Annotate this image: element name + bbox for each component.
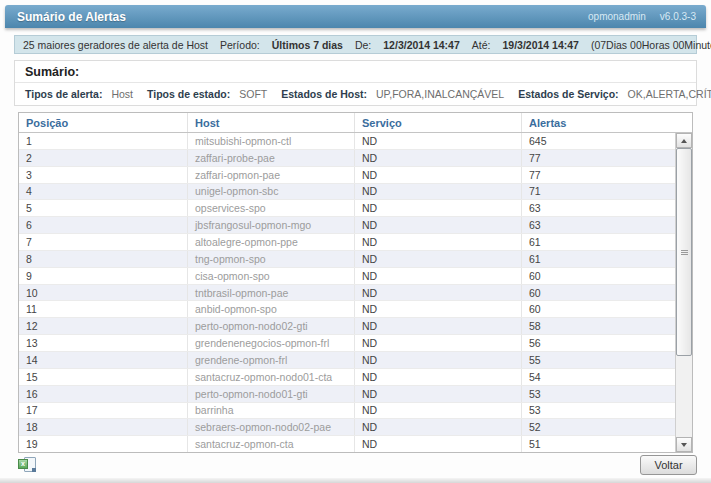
to-value: 19/3/2014 14:47 [502,39,578,51]
period-infobar: 25 maiores geradores de alerta de Host P… [14,35,697,54]
table-row: 4unigel-opmon-sbcND71 [19,184,692,201]
scroll-down-button[interactable] [676,437,692,452]
alerts-cell: 63 [522,200,692,216]
position-cell: 4 [19,184,188,200]
position-cell: 11 [19,301,188,317]
service-cell: ND [355,167,522,183]
position-cell: 12 [19,318,188,334]
position-cell: 17 [19,403,188,419]
service-cell: ND [355,217,522,233]
table-row: 5opservices-spoND63 [19,200,692,217]
table-row: 3zaffari-opmon-paeND77 [19,167,692,184]
alerts-cell: 56 [522,335,692,351]
filter-alert-types: Tipos de alerta: Host [25,88,133,100]
table-row: 6jbsfrangosul-opmon-mgoND63 [19,217,692,234]
to-label: Até: [472,39,491,51]
host-cell: mitsubishi-opmon-ctl [188,133,355,149]
arrow-up-icon [681,139,687,143]
host-cell: sebraers-opmon-nodo02-pae [188,419,355,435]
alerts-cell: 645 [522,133,692,149]
from-label: De: [355,39,371,51]
alerts-cell: 55 [522,352,692,368]
period-label: Período: [220,39,260,51]
table-row: 7altoalegre-opmon-ppeND61 [19,234,692,251]
position-cell: 10 [19,285,188,301]
thumb-grip-icon [681,250,688,255]
alerts-cell: 60 [522,268,692,284]
position-cell: 18 [19,419,188,435]
alerts-cell: 52 [522,419,692,435]
service-cell: ND [355,184,522,200]
scrollbar-track[interactable] [676,148,692,437]
duration-value: (07Dias 00Horas 00Minutos) [591,39,711,51]
filter-service-states: Estados de Serviço: OK,ALERTA,CRÍTICO,DE… [518,88,711,100]
scroll-up-button[interactable] [676,133,692,148]
table-row: 10tntbrasil-opmon-paeND60 [19,285,692,302]
logged-user: opmonadmin [588,11,646,22]
alerts-cell: 77 [522,167,692,183]
alerts-cell: 53 [522,403,692,419]
table-row: 19santacruz-opmon-ctaND51 [19,436,692,452]
position-cell: 3 [19,167,188,183]
page-bottom-edge [0,478,711,483]
host-cell: zaffari-probe-pae [188,150,355,166]
column-header-position[interactable]: Posição [19,113,188,132]
period-value: Últimos 7 dias [272,39,343,51]
service-cell: ND [355,436,522,452]
position-cell: 13 [19,335,188,351]
table-row: 1mitsubishi-opmon-ctlND645 [19,133,692,150]
position-cell: 2 [19,150,188,166]
alerts-cell: 51 [522,436,692,452]
table-row: 16perto-opmon-nodo01-gtiND53 [19,386,692,403]
host-cell: barrinha [188,403,355,419]
host-cell: tntbrasil-opmon-pae [188,285,355,301]
service-cell: ND [355,369,522,385]
alerts-cell: 63 [522,217,692,233]
host-cell: opservices-spo [188,200,355,216]
host-cell: grendene-opmon-frl [188,352,355,368]
table-row: 13grendenenegocios-opmon-frlND56 [19,335,692,352]
column-header-service[interactable]: Serviço [355,113,522,132]
scrollbar-thumb[interactable] [676,148,692,356]
table-row: 8tng-opmon-spoND61 [19,251,692,268]
back-button[interactable]: Voltar [640,455,697,475]
service-cell: ND [355,150,522,166]
column-header-host[interactable]: Host [188,113,355,132]
table-row: 18sebraers-opmon-nodo02-paeND52 [19,419,692,436]
table-row: 17barrinhaND53 [19,403,692,420]
table-scrollbar[interactable] [675,133,692,452]
service-cell: ND [355,419,522,435]
alerts-cell: 60 [522,301,692,317]
excel-logo-icon: x [18,459,28,469]
column-header-alerts[interactable]: Alertas [522,113,692,132]
filter-state-types: Tipos de estado: SOFT [147,88,267,100]
alerts-cell: 60 [522,285,692,301]
service-cell: ND [355,335,522,351]
host-cell: santacruz-opmon-cta [188,436,355,452]
table-row: 14grendene-opmon-frlND55 [19,352,692,369]
service-cell: ND [355,386,522,402]
host-cell: altoalegre-opmon-ppe [188,234,355,250]
alerts-cell: 58 [522,318,692,334]
position-cell: 8 [19,251,188,267]
table-row: 12perto-opmon-nodo02-gtiND58 [19,318,692,335]
service-cell: ND [355,234,522,250]
position-cell: 15 [19,369,188,385]
host-cell: santacruz-opmon-nodo01-cta [188,369,355,385]
excel-export-icon[interactable]: x [18,456,36,474]
host-cell: anbid-opmon-spo [188,301,355,317]
table-row: 11anbid-opmon-spoND60 [19,301,692,318]
page-title: Sumário de Alertas [17,10,126,24]
position-cell: 16 [19,386,188,402]
host-cell: tng-opmon-spo [188,251,355,267]
host-cell: perto-opmon-nodo02-gti [188,318,355,334]
host-cell: grendenenegocios-opmon-frl [188,335,355,351]
position-cell: 7 [19,234,188,250]
titlebar: Sumário de Alertas opmonadmin v6.0.3-3 [5,5,706,28]
table-header-row: Posição Host Serviço Alertas [19,113,692,133]
host-cell: perto-opmon-nodo01-gti [188,386,355,402]
service-cell: ND [355,352,522,368]
service-cell: ND [355,285,522,301]
host-cell: cisa-opmon-spo [188,268,355,284]
alerts-table-body: 1mitsubishi-opmon-ctlND6452zaffari-probe… [19,133,692,452]
